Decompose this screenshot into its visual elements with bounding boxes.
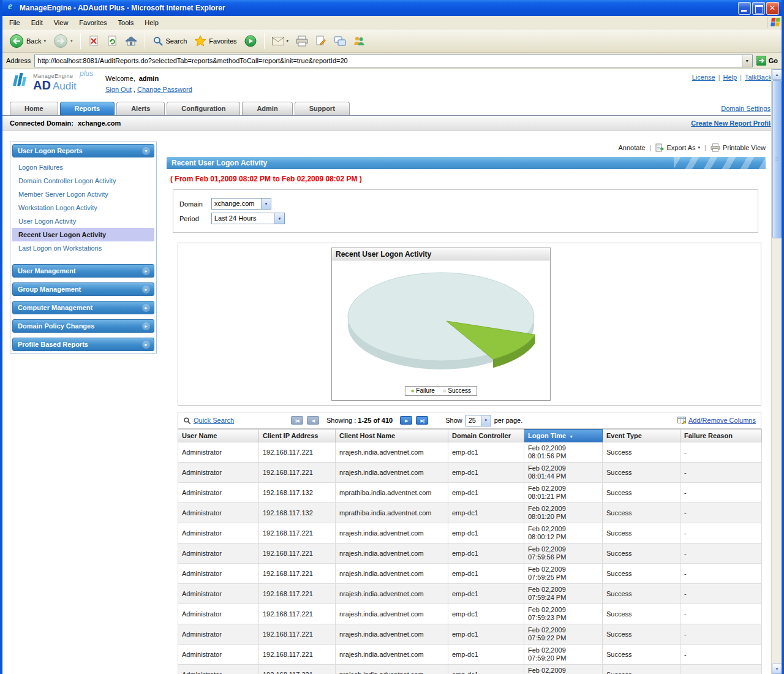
page-content: ManageEngine plus AD Audit Welcome,admin… [2, 69, 782, 674]
table-row[interactable]: Administrator192.168.117.221nrajesh.indi… [178, 645, 762, 665]
mail-icon [272, 37, 284, 45]
column-header-client-host-name[interactable]: Client Host Name [336, 430, 448, 442]
add-remove-columns-link[interactable]: Add/Remove Columns [677, 417, 756, 424]
address-dropdown-icon[interactable]: ▼ [742, 55, 752, 67]
menu-item-file[interactable]: File [4, 17, 26, 28]
sidebar-item-member-server-logon-activity[interactable]: Member Server Logon Activity [12, 187, 154, 201]
table-row[interactable]: Administrator192.168.117.221nrajesh.indi… [178, 604, 762, 624]
column-header-user-name[interactable]: User Name [178, 430, 259, 442]
refresh-button[interactable] [104, 34, 121, 48]
cell-domain-controller: emp-dc1 [448, 442, 524, 463]
cell-client-ip: 192.168.117.221 [259, 463, 336, 483]
close-button[interactable] [766, 2, 779, 15]
sign-out-link[interactable]: Sign Out [105, 86, 132, 93]
tab-configuration[interactable]: Configuration [167, 102, 240, 115]
create-report-profile-link[interactable]: Create New Report Profile [691, 119, 774, 127]
period-select[interactable]: Last 24 Hours ▼ [211, 213, 285, 224]
page-size-select[interactable]: 25 ▼ [466, 415, 491, 426]
messenger-button[interactable] [350, 34, 368, 48]
mail-button[interactable]: ▾ [269, 36, 292, 47]
sidebar-section-profile-based-reports[interactable]: Profile Based Reports► [12, 338, 154, 351]
stop-button[interactable] [85, 34, 102, 48]
scroll-up-button[interactable]: ▲ [772, 69, 782, 80]
menu-item-view[interactable]: View [48, 17, 74, 28]
home-button[interactable] [122, 34, 140, 48]
prev-page-button[interactable]: ◀ [307, 416, 319, 425]
export-as-button[interactable]: Export As ▾ [655, 143, 700, 152]
printable-view-button[interactable]: Printable View [710, 143, 766, 152]
table-row[interactable]: Administrator192.168.117.221nrajesh.indi… [178, 463, 762, 483]
menu-item-edit[interactable]: Edit [26, 17, 48, 28]
sidebar-item-last-logon-on-workstations[interactable]: Last Logon on Workstations [12, 241, 154, 255]
table-row[interactable]: Administrator192.168.117.221nrajesh.indi… [178, 564, 762, 584]
sidebar-section-computer-management[interactable]: Computer Management► [12, 301, 154, 314]
last-page-button[interactable]: ▶| [416, 416, 428, 425]
favorites-button[interactable]: Favorites [191, 34, 239, 48]
forward-dropdown-icon[interactable]: ▾ [70, 39, 73, 44]
discuss-button[interactable] [331, 35, 349, 47]
sidebar-section-group-management[interactable]: Group Management► [12, 282, 154, 296]
table-row[interactable]: Administrator192.168.117.221nrajesh.indi… [178, 442, 762, 463]
print-button[interactable] [293, 34, 311, 48]
sidebar-items: Logon FailuresDomain Controller Logon Ac… [12, 157, 154, 259]
column-header-domain-controller[interactable]: Domain Controller [448, 430, 524, 442]
table-row[interactable]: Administrator192.168.117.221nrajesh.indi… [178, 543, 762, 564]
back-dropdown-icon[interactable]: ▾ [43, 39, 46, 44]
first-page-button[interactable]: |◀ [291, 416, 303, 425]
table-row[interactable]: Administrator192.168.117.221nrajesh.indi… [178, 624, 762, 645]
cell-user-name: Administrator [178, 503, 259, 523]
menu-item-help[interactable]: Help [139, 17, 164, 28]
manageengine-logo-icon [11, 72, 29, 88]
menu-item-favorites[interactable]: Favorites [74, 17, 112, 28]
back-button[interactable]: Back ▾ [6, 32, 49, 50]
sidebar-item-workstation-logon-activity[interactable]: Workstation Logon Activity [12, 201, 154, 214]
talkback-link[interactable]: TalkBack [745, 74, 772, 81]
menu-item-tools[interactable]: Tools [113, 17, 140, 28]
maximize-button[interactable] [752, 2, 765, 15]
cell-client-ip: 192.168.117.221 [259, 442, 336, 463]
sidebar-section-user-management[interactable]: User Management► [12, 264, 154, 278]
address-bar: Address ▼ Go [2, 53, 782, 69]
edit-button[interactable] [312, 34, 330, 48]
scroll-down-button[interactable]: ▼ [772, 664, 782, 674]
help-link[interactable]: Help [723, 74, 737, 81]
search-button[interactable]: Search [149, 34, 190, 48]
mail-dropdown-icon[interactable]: ▾ [287, 39, 289, 44]
tab-support[interactable]: Support [295, 102, 350, 115]
table-row[interactable]: Administrator192.168.117.221nrajesh.indi… [178, 584, 762, 604]
cell-user-name: Administrator [178, 584, 259, 604]
sidebar-item-user-logon-activity[interactable]: User Logon Activity [12, 214, 154, 228]
sidebar-item-logon-failures[interactable]: Logon Failures [12, 161, 154, 174]
table-row[interactable]: Administrator192.168.117.221nrajesh.indi… [178, 523, 762, 543]
license-link[interactable]: License [692, 74, 715, 81]
quick-search-link[interactable]: Quick Search [183, 417, 287, 425]
minimize-button[interactable] [738, 2, 751, 15]
domain-select[interactable]: xchange.com ▼ [211, 198, 271, 210]
tab-alerts[interactable]: Alerts [116, 102, 165, 115]
sidebar-section-user-logon-reports[interactable]: User Logon Reports ▼ [12, 144, 154, 157]
sidebar-item-recent-user-logon-activity[interactable]: Recent User Logon Activity [12, 228, 154, 241]
annotate-button[interactable]: Annotate [619, 144, 646, 151]
sidebar-section-domain-policy-changes[interactable]: Domain Policy Changes► [12, 319, 154, 333]
sidebar-item-domain-controller-logon-activity[interactable]: Domain Controller Logon Activity [12, 174, 154, 187]
domain-settings-link[interactable]: Domain Settings [721, 105, 771, 112]
media-button[interactable] [241, 34, 260, 48]
table-row[interactable]: Administrator192.168.117.132mprathiba.in… [178, 483, 762, 503]
next-page-button[interactable]: ▶ [400, 416, 412, 425]
scrollbar-thumb[interactable] [772, 80, 782, 238]
column-header-logon-time[interactable]: Logon Time▼ [524, 430, 603, 442]
go-button[interactable]: Go [756, 56, 778, 66]
tab-home[interactable]: Home [10, 102, 58, 115]
change-password-link[interactable]: Change Password [137, 86, 192, 93]
forward-button[interactable]: ▾ [50, 32, 76, 50]
table-row[interactable]: Administrator192.168.117.221nrajesh.indi… [178, 665, 762, 674]
tab-admin[interactable]: Admin [242, 102, 292, 115]
tab-reports[interactable]: Reports [60, 102, 115, 115]
cell-client-host: nrajesh.india.adventnet.com [336, 463, 448, 483]
column-header-client-ip-address[interactable]: Client IP Address [259, 430, 336, 442]
table-row[interactable]: Administrator192.168.117.132mprathiba.in… [178, 503, 762, 523]
column-header-failure-reason[interactable]: Failure Reason [680, 430, 762, 442]
vertical-scrollbar[interactable]: ▲ ▼ [771, 69, 782, 674]
address-input[interactable] [35, 55, 741, 67]
column-header-event-type[interactable]: Event Type [603, 430, 680, 442]
